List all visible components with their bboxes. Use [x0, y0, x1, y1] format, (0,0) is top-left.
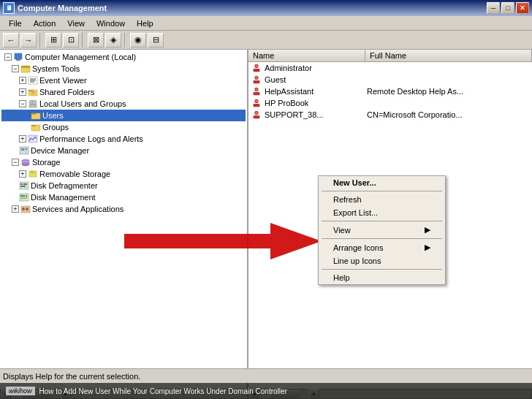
tree-expand-services[interactable]: +: [12, 205, 19, 213]
ctx-sep-4: [322, 269, 442, 270]
svg-rect-30: [20, 186, 26, 187]
tree-root[interactable]: − Computer Management (Local): [1, 51, 246, 63]
svg-point-40: [255, 65, 258, 68]
list-item[interactable]: Guest: [248, 74, 532, 86]
status-bar: Displays Help for the current selection.: [0, 368, 532, 383]
tree-device-manager[interactable]: Device Manager: [1, 145, 246, 156]
app-icon: 🖥: [3, 2, 15, 14]
col-fullname[interactable]: Full Name: [365, 50, 532, 61]
toolbar-btn-3[interactable]: ⊠: [88, 33, 104, 48]
user-icon: [251, 110, 262, 120]
back-button[interactable]: ←: [3, 33, 19, 48]
menu-file[interactable]: File: [3, 18, 28, 28]
tree-storage[interactable]: − Storage: [1, 156, 246, 168]
list-item-fullname: CN=Microsoft Corporatio...: [367, 110, 529, 119]
restore-button[interactable]: □: [501, 2, 514, 14]
toolbar-btn-4[interactable]: ◈: [105, 33, 121, 48]
tree-expand-removable[interactable]: +: [19, 170, 26, 178]
ctx-arrange-icons[interactable]: Arrange Icons ▶: [319, 240, 445, 254]
window-title: Computer Management: [18, 4, 487, 12]
svg-rect-51: [254, 115, 260, 118]
ctx-sep-2: [322, 221, 442, 221]
tree-users-label: Users: [42, 111, 64, 120]
tree-shared-folders[interactable]: + ⟳ Shared Folders: [1, 86, 246, 98]
tree-system-tools[interactable]: − System Tools: [1, 63, 246, 75]
computer-icon: [13, 52, 23, 62]
list-item[interactable]: Administrator: [248, 62, 532, 74]
svg-rect-17: [31, 125, 36, 126]
ctx-view[interactable]: View ▶: [319, 223, 445, 237]
tree-services[interactable]: + Services and Applications: [1, 203, 246, 215]
ctx-lineup-icons[interactable]: Line up Icons: [319, 254, 445, 267]
tree-expand-storage[interactable]: −: [12, 159, 19, 166]
toolbar-separator-1: [39, 33, 42, 48]
watermark-bar: wikihow How to Add New User While Your C…: [0, 383, 532, 399]
list-item-name: HP ProBook: [265, 99, 367, 107]
forward-button[interactable]: →: [20, 33, 37, 48]
tree-expand-local-users[interactable]: −: [19, 100, 26, 107]
tree-perf-logs[interactable]: + Performance Logs and Alerts: [1, 133, 246, 145]
tree-perf-logs-label: Performance Logs and Alerts: [39, 134, 143, 143]
tree-groups-label: Groups: [42, 123, 69, 132]
menu-action[interactable]: Action: [28, 18, 62, 28]
tree-removable-label: Removable Storage: [39, 170, 110, 178]
svg-rect-21: [25, 148, 27, 150]
svg-point-37: [26, 208, 28, 210]
tree-groups[interactable]: Groups: [1, 121, 246, 133]
toolbar-btn-1[interactable]: ⊞: [45, 33, 61, 48]
col-name[interactable]: Name: [248, 50, 365, 61]
window-controls: ─ □ ✕: [487, 2, 529, 14]
svg-point-49: [255, 100, 258, 103]
removable-storage-icon: [28, 169, 38, 179]
ctx-export-list[interactable]: Export List...: [319, 206, 445, 219]
disk-mgmt-icon: [19, 192, 29, 202]
menu-window[interactable]: Window: [91, 18, 131, 28]
event-viewer-icon: [28, 75, 38, 86]
tree-expand-system-tools[interactable]: −: [12, 65, 19, 72]
tree-storage-label: Storage: [32, 158, 61, 167]
watermark-logo: wikihow: [6, 387, 35, 395]
svg-point-36: [22, 208, 25, 210]
toolbar-btn-6[interactable]: ⊟: [148, 33, 164, 48]
user-icon: [251, 86, 262, 96]
groups-icon: [31, 122, 41, 132]
minimize-button[interactable]: ─: [487, 2, 500, 14]
tree-expand-root[interactable]: −: [4, 53, 12, 61]
tree-expand-shared-folders[interactable]: +: [19, 88, 26, 96]
storage-icon: [20, 157, 31, 167]
tree-disk-mgmt[interactable]: Disk Management: [1, 191, 246, 203]
perf-logs-icon: [28, 134, 38, 144]
user-icon: [251, 75, 262, 85]
tree-expand-event-viewer[interactable]: +: [19, 77, 26, 84]
toolbar-btn-5[interactable]: ◉: [130, 33, 146, 48]
tree-expand-perf[interactable]: +: [19, 135, 26, 142]
toolbar-separator-2: [82, 33, 85, 48]
tree-local-users[interactable]: − Local Users and Groups: [1, 98, 246, 110]
tree-users[interactable]: Users: [1, 110, 246, 121]
close-button[interactable]: ✕: [516, 2, 529, 14]
shared-folders-icon: ⟳: [28, 87, 38, 97]
tree-event-viewer-label: Event Viewer: [39, 76, 87, 85]
svg-rect-39: [254, 69, 260, 72]
ctx-new-user[interactable]: New User...: [319, 176, 445, 189]
tree-defrag-label: Disk Defragmenter: [31, 181, 98, 190]
toolbar-btn-2[interactable]: ⊡: [63, 33, 79, 48]
ctx-refresh[interactable]: Refresh: [319, 193, 445, 206]
svg-marker-53: [124, 223, 322, 259]
device-manager-icon: [19, 145, 29, 156]
services-icon: [20, 204, 31, 214]
tree-event-viewer[interactable]: + Event Viewer: [1, 75, 246, 86]
list-item[interactable]: SUPPORT_38... CN=Microsoft Corporatio...: [248, 109, 532, 121]
ctx-help[interactable]: Help: [319, 271, 445, 284]
svg-rect-0: [15, 53, 22, 59]
menu-help[interactable]: Help: [131, 18, 159, 28]
menu-view[interactable]: View: [61, 18, 91, 28]
svg-rect-18: [28, 135, 37, 142]
list-item[interactable]: HelpAssistant Remote Desktop Help As...: [248, 86, 532, 97]
list-item-name: SUPPORT_38...: [265, 110, 367, 119]
users-icon: [31, 110, 41, 121]
tree-defrag[interactable]: Disk Defragmenter: [1, 180, 246, 191]
tree-removable[interactable]: + Removable Storage: [1, 168, 246, 180]
list-item[interactable]: HP ProBook: [248, 97, 532, 109]
ctx-arrange-arrow: ▶: [425, 243, 430, 252]
